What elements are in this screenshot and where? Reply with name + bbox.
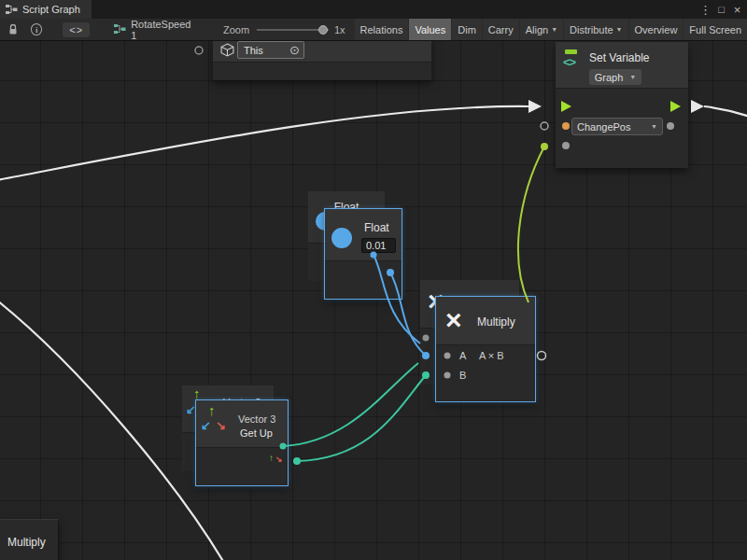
vector3-output-type-icon-se: ↘ <box>275 455 283 464</box>
close-icon[interactable]: × <box>729 3 745 17</box>
toolbar: i <> RotateSpeed 1 Zoom 1x Relations Val… <box>0 19 747 41</box>
graph-asset-name[interactable]: RotateSpeed 1 <box>131 19 195 41</box>
vector3-get-up-node[interactable]: ↑ ↙ ↘ Vector 3 Get Up ↑ ↘ <box>196 400 288 485</box>
offscreen-multiply-title: Multiply <box>7 536 46 549</box>
float-title: Float <box>364 221 389 234</box>
window-menu-icon[interactable]: ⋮ <box>698 3 713 17</box>
multiply-node[interactable]: × Multiply A A × B B <box>436 297 535 401</box>
set-variable-node[interactable]: <> Set Variable Graph ▼ ChangePos ▼ <box>556 42 688 168</box>
variable-scope-label: Graph <box>595 72 624 83</box>
float-icon <box>331 228 352 248</box>
multiply-icon: × <box>445 306 462 334</box>
zoom-slider[interactable] <box>257 23 329 36</box>
float-node[interactable]: Float <box>325 209 402 299</box>
this-node[interactable]: This ⊙ <box>213 37 431 80</box>
multiply-result-label: A × B <box>479 350 504 361</box>
distribute-label: Distribute <box>570 24 613 35</box>
multiply-port-a-label: A <box>459 350 466 361</box>
relations-button[interactable]: Relations <box>355 19 409 41</box>
tab-script-graph[interactable]: Script Graph <box>0 0 92 19</box>
variable-icon-brackets: <> <box>563 55 575 69</box>
carry-button[interactable]: Carry <box>483 19 519 41</box>
zoom-value: 1x <box>334 24 345 35</box>
align-dropdown-button[interactable]: Align ▼ <box>520 19 563 41</box>
code-preview-toggle[interactable]: <> <box>63 22 90 37</box>
full-screen-button[interactable]: Full Screen <box>684 19 747 41</box>
float-value-field[interactable] <box>361 238 396 253</box>
vector3-output-type-icon-up: ↑ <box>269 453 274 463</box>
values-button[interactable]: Values <box>409 19 451 41</box>
variable-icon: <> <box>563 48 585 69</box>
cube-icon <box>220 43 234 57</box>
dim-button[interactable]: Dim <box>452 19 482 41</box>
align-label: Align <box>526 24 548 35</box>
script-graph-window: Float × ↑ ↙ Vector 3 This ⊙ <> Set Varia… <box>0 0 747 560</box>
graph-asset-icon <box>114 23 126 35</box>
variable-scope-dropdown[interactable]: Graph ▼ <box>589 69 641 85</box>
vector3-subtitle: Get Up <box>240 427 273 439</box>
vector3-ghost-up-arrow-icon: ↑ <box>193 385 201 401</box>
toolbar-button-group: Relations Values Dim Carry Align ▼ Distr… <box>355 19 747 41</box>
overview-button[interactable]: Overview <box>629 19 684 41</box>
chevron-down-icon: ▼ <box>616 26 623 33</box>
vector3-ghost-sw-arrow-icon: ↙ <box>186 402 196 416</box>
chevron-down-icon: ▼ <box>651 123 657 130</box>
maximize-icon[interactable]: □ <box>713 4 729 15</box>
variable-name-label: ChangePos <box>577 121 648 133</box>
lock-icon[interactable] <box>7 23 19 35</box>
vector3-up-arrow-icon: ↑ <box>208 402 216 418</box>
offscreen-multiply-node[interactable]: Multiply <box>0 519 59 560</box>
variable-icon-dot <box>565 49 577 54</box>
zoom-slider-knob[interactable] <box>318 25 328 35</box>
title-bar: Script Graph ⋮ □ × <box>0 0 747 19</box>
multiply-port-b-label: B <box>459 370 466 381</box>
window-controls: ⋮ □ × <box>698 0 745 19</box>
this-label: This <box>244 45 263 56</box>
this-output-port[interactable]: ⊙ <box>289 43 300 57</box>
this-self-field[interactable]: This ⊙ <box>237 41 304 59</box>
chevron-down-icon: ▼ <box>629 74 636 80</box>
chevron-down-icon: ▼ <box>551 26 557 33</box>
vector3-title: Vector 3 <box>238 413 275 425</box>
zoom-label: Zoom <box>223 24 249 35</box>
distribute-dropdown-button[interactable]: Distribute ▼ <box>564 19 627 41</box>
script-graph-icon <box>6 4 18 16</box>
multiply-title: Multiply <box>477 315 515 329</box>
tab-title: Script Graph <box>22 4 80 15</box>
info-icon[interactable]: i <box>31 23 42 35</box>
vector3-se-arrow-icon: ↘ <box>216 418 226 432</box>
variable-name-dropdown[interactable]: ChangePos ▼ <box>571 118 663 135</box>
vector3-sw-arrow-icon: ↙ <box>201 418 211 432</box>
set-variable-title: Set Variable <box>589 51 649 64</box>
